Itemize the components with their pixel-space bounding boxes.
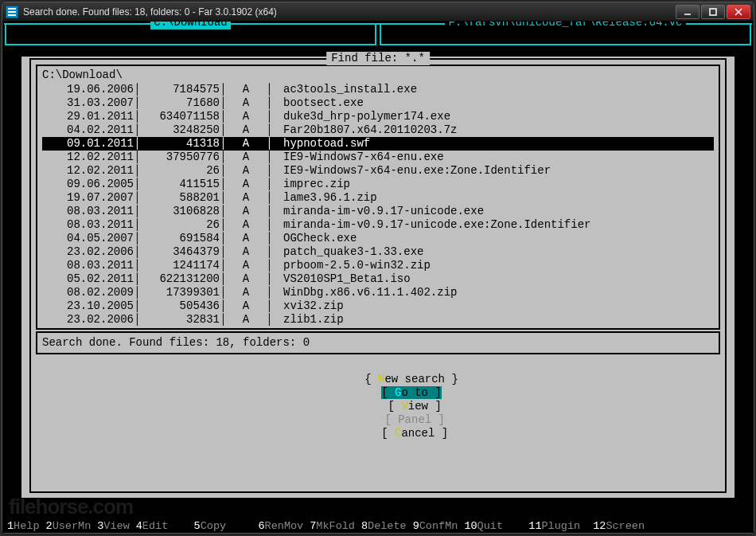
result-row[interactable]: 12.02.2011│26│A│IE9-Windows7-x64-enu.exe…: [42, 164, 714, 178]
row-filename: IE9-Windows7-x64-enu.exe: [272, 151, 714, 164]
fkey-5[interactable]: 5Copy: [174, 519, 226, 533]
result-row[interactable]: 31.03.2007│71680│A│bootsect.exe: [42, 96, 714, 110]
row-attr: A: [226, 110, 266, 123]
fkey-2[interactable]: 2UserMn: [46, 519, 92, 533]
row-filename: xvi32.zip: [272, 299, 714, 313]
result-row[interactable]: 23.10.2005│505436│A│xvi32.zip: [42, 299, 714, 313]
fkey-9[interactable]: 9ConfMn: [413, 519, 458, 533]
row-attr: A: [226, 245, 266, 259]
minimize-button[interactable]: [676, 5, 699, 19]
row-attr: A: [226, 96, 266, 110]
new-search-button[interactable]: { New search }: [364, 373, 458, 385]
result-row[interactable]: 08.03.2011│3106828│A│miranda-im-v0.9.17-…: [42, 205, 714, 218]
result-row[interactable]: 05.02.2011│622131200│A│VS2010SP1_Beta1.i…: [42, 272, 714, 286]
dialog-buttons: { New search } [ Go to ] [ View ] [ Pane…: [36, 358, 720, 454]
row-size: 1241174: [140, 259, 220, 272]
result-row[interactable]: 08.03.2011│1241174│A│prboom-2.5.0-win32.…: [42, 259, 714, 272]
row-size: 3248250: [140, 123, 220, 137]
console-area: C:\Download F:\farsvn\unicode_far\Releas…: [2, 22, 754, 533]
row-size: 691584: [140, 232, 220, 245]
row-attr: A: [226, 191, 266, 205]
status-text: Search done. Found files: 18, folders: 0: [36, 331, 720, 354]
result-row[interactable]: 04.02.2011│3248250│A│Far20b1807.x64.2011…: [42, 123, 714, 137]
find-file-dialog: Find file: *.* C:\Download\ 19.06.2006│7…: [21, 57, 735, 498]
right-panel[interactable]: F:\farsvn\unicode_far\Release.64.vc: [380, 25, 751, 45]
row-date: 12.02.2011: [42, 164, 134, 178]
result-row[interactable]: 09.01.2011│41318│A│hypnotoad.swf: [42, 137, 714, 151]
row-size: 634071158: [140, 110, 220, 123]
row-filename: prboom-2.5.0-win32.zip: [272, 259, 714, 272]
row-date: 08.03.2011: [42, 205, 134, 218]
fkey-6[interactable]: 6RenMov: [232, 519, 303, 533]
fkey-7[interactable]: 7MkFold: [310, 519, 355, 533]
row-attr: A: [226, 299, 266, 313]
row-filename: WinDbg.x86.v6.11.1.402.zip: [272, 286, 714, 299]
right-panel-title: F:\farsvn\unicode_far\Release.64.vc: [445, 22, 685, 29]
row-attr: A: [226, 123, 266, 137]
fkey-4[interactable]: 4Edit: [136, 519, 169, 533]
result-row[interactable]: 08.03.2011│26│A│miranda-im-v0.9.17-unico…: [42, 218, 714, 232]
row-date: 05.02.2011: [42, 272, 134, 286]
row-attr: A: [226, 164, 266, 178]
fkey-12[interactable]: 12Screen: [586, 519, 645, 533]
row-date: 19.06.2006: [42, 83, 134, 96]
row-size: 505436: [140, 299, 220, 313]
row-date: 04.02.2011: [42, 123, 134, 137]
fkey-10[interactable]: 10Quit: [464, 519, 503, 533]
row-date: 29.01.2011: [42, 110, 134, 123]
fkey-1[interactable]: 1Help: [7, 519, 40, 533]
row-size: 3464379: [140, 245, 220, 259]
row-date: 04.05.2007: [42, 232, 134, 245]
row-attr: A: [226, 272, 266, 286]
row-date: 08.02.2009: [42, 286, 134, 299]
svg-rect-1: [710, 9, 716, 15]
row-attr: A: [226, 178, 266, 191]
row-attr: A: [226, 205, 266, 218]
fkey-11[interactable]: 11Plugin: [509, 519, 580, 533]
result-row[interactable]: 19.06.2006│7184575│A│ac3tools_install.ex…: [42, 83, 714, 96]
maximize-button[interactable]: [701, 5, 725, 19]
result-row[interactable]: 08.02.2009│17399301│A│WinDbg.x86.v6.11.1…: [42, 286, 714, 299]
row-size: 71680: [140, 96, 220, 110]
row-filename: duke3d_hrp-polymer174.exe: [272, 110, 714, 123]
titlebar[interactable]: Search done. Found files: 18, folders: 0…: [2, 2, 754, 22]
row-filename: miranda-im-v0.9.17-unicode.exe:Zone.Iden…: [272, 218, 714, 232]
results-list[interactable]: C:\Download\ 19.06.2006│7184575│A│ac3too…: [36, 65, 720, 330]
result-row[interactable]: 09.06.2005│411515│A│imprec.zip: [42, 178, 714, 191]
row-filename: zlib1.zip: [272, 313, 714, 327]
row-size: 37950776: [140, 151, 220, 164]
row-size: 17399301: [140, 286, 220, 299]
row-size: 41318: [140, 137, 220, 151]
result-row[interactable]: 19.07.2007│588201│A│lame3.96.1.zip: [42, 191, 714, 205]
view-button[interactable]: [ View ]: [388, 400, 442, 413]
row-filename: ac3tools_install.exe: [272, 83, 714, 96]
fkey-3[interactable]: 3View: [97, 519, 130, 533]
left-panel[interactable]: C:\Download: [5, 25, 376, 45]
result-row[interactable]: 12.02.2011│37950776│A│IE9-Windows7-x64-e…: [42, 151, 714, 164]
row-size: 622131200: [140, 272, 220, 286]
row-attr: A: [226, 313, 266, 327]
row-date: 19.07.2007: [42, 191, 134, 205]
row-date: 23.02.2006: [42, 245, 134, 259]
dialog-title: Find file: *.*: [326, 52, 430, 65]
result-row[interactable]: 23.02.2006│32831│A│zlib1.zip: [42, 313, 714, 327]
row-attr: A: [226, 259, 266, 272]
row-filename: IE9-Windows7-x64-enu.exe:Zone.Identifier: [272, 164, 714, 178]
row-filename: miranda-im-v0.9.17-unicode.exe: [272, 205, 714, 218]
panel-button: [ Panel ]: [384, 413, 445, 426]
row-size: 7184575: [140, 83, 220, 96]
result-row[interactable]: 29.01.2011│634071158│A│duke3d_hrp-polyme…: [42, 110, 714, 123]
fkey-8[interactable]: 8Delete: [361, 519, 407, 533]
row-date: 09.01.2011: [42, 137, 134, 151]
row-filename: hypnotoad.swf: [272, 137, 714, 151]
cancel-button[interactable]: [ Cancel ]: [381, 427, 448, 440]
result-row[interactable]: 23.02.2006│3464379│A│patch_quake3-1.33.e…: [42, 245, 714, 259]
result-row[interactable]: 04.05.2007│691584│A│OGCheck.exe: [42, 232, 714, 245]
row-attr: A: [226, 151, 266, 164]
row-date: 08.03.2011: [42, 218, 134, 232]
app-icon: [6, 6, 18, 18]
row-size: 411515: [140, 178, 220, 191]
close-button[interactable]: [727, 5, 750, 19]
row-filename: patch_quake3-1.33.exe: [272, 245, 714, 259]
goto-button[interactable]: [ Go to ]: [381, 386, 442, 399]
